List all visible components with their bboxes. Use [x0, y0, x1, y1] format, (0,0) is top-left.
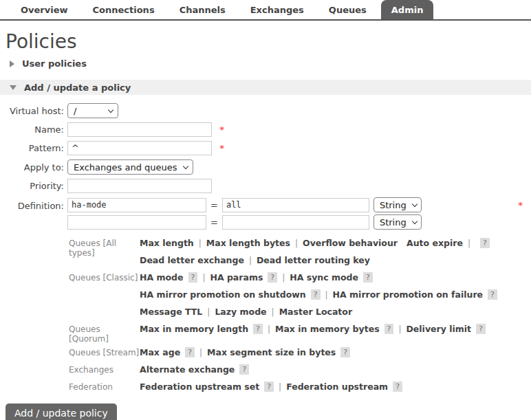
add-update-policy-button[interactable]: Add / update policy — [6, 404, 117, 420]
separator: | — [279, 382, 281, 392]
help-link[interactable]: Delivery limit — [406, 324, 471, 334]
help-link[interactable]: Master Locator — [279, 307, 352, 317]
help-link[interactable]: Dead letter routing key — [257, 255, 370, 265]
definition-row: =String — [67, 197, 531, 212]
help-link[interactable]: Lazy mode — [215, 307, 266, 317]
help-badge[interactable]: ? — [188, 272, 198, 283]
help-link[interactable]: Message TTL — [140, 307, 202, 317]
policy-key-lines: Max age?|Max segment size in bytes? — [140, 344, 531, 361]
policy-key-line: Max age?|Max segment size in bytes? — [140, 344, 531, 361]
section-add-update-policy[interactable]: Add / update a policy — [0, 80, 531, 95]
policy-key-category: Queues [Quorum] — [69, 320, 140, 344]
apply-to-select[interactable]: Exchanges and queues — [67, 159, 193, 175]
policy-key-category: Queues [Classic] — [69, 269, 140, 320]
help-badge[interactable]: ? — [268, 272, 277, 283]
policy-key-line: Max length|Max length bytes|Overflow beh… — [140, 234, 531, 252]
help-link[interactable]: HA params — [210, 272, 263, 283]
help-badge[interactable]: ? — [253, 324, 263, 334]
definition-type-select[interactable]: String — [373, 214, 422, 230]
definition-key-input[interactable] — [67, 215, 206, 230]
tab-connections[interactable]: Connections — [83, 0, 165, 19]
top-nav-tabs: OverviewConnectionsChannelsExchangesQueu… — [0, 0, 531, 21]
tab-queues[interactable]: Queues — [318, 0, 377, 19]
chevron-down-icon — [108, 107, 113, 112]
help-link[interactable]: Max length bytes — [206, 238, 290, 248]
separator: | — [268, 324, 270, 334]
priority-label: Priority: — [0, 181, 64, 191]
required-asterisk: * — [518, 200, 523, 210]
help-link[interactable]: Max in memory bytes — [275, 324, 380, 334]
help-badge[interactable]: ? — [264, 382, 274, 392]
help-badge[interactable]: ? — [488, 289, 497, 300]
required-asterisk: * — [219, 124, 224, 135]
policy-key-line: HA mode?|HA params?|HA sync mode? — [140, 269, 531, 286]
section-user-policies-label: User policies — [22, 58, 87, 69]
policy-key-line: Max in memory length?|Max in memory byte… — [140, 320, 531, 338]
policy-key-line: HA mirror promotion on shutdown?|HA mirr… — [140, 286, 531, 303]
policy-key-lines: Max in memory length?|Max in memory byte… — [140, 320, 531, 344]
required-asterisk: * — [219, 143, 224, 153]
definition-row: =String — [67, 214, 531, 230]
help-link[interactable]: Auto expire — [407, 238, 463, 248]
separator: | — [295, 239, 298, 248]
definition-value-input[interactable] — [222, 198, 369, 212]
section-user-policies[interactable]: User policies — [10, 58, 531, 69]
policy-keys-help: Queues [All types]Max length|Max length … — [69, 234, 531, 395]
apply-to-label: Apply to: — [0, 162, 64, 173]
help-link[interactable]: HA mirror promotion on failure — [333, 289, 483, 300]
priority-input[interactable] — [67, 179, 212, 193]
help-link[interactable]: Federation upstream set — [140, 382, 259, 392]
collapsed-arrow-icon — [10, 60, 14, 67]
definition-key-input[interactable] — [67, 198, 206, 212]
separator: | — [282, 273, 285, 283]
pattern-input[interactable] — [67, 141, 212, 155]
virtual-host-select[interactable]: / — [67, 103, 118, 118]
definition-value-input[interactable] — [222, 215, 369, 230]
section-add-update-policy-label: Add / update a policy — [24, 82, 131, 93]
help-badge[interactable]: ? — [340, 347, 350, 357]
policy-form: Virtual host: / Name: * Pattern: * Apply… — [0, 103, 531, 232]
separator: | — [325, 290, 328, 300]
definition-type-selected-value: String — [380, 200, 407, 210]
help-badge[interactable]: ? — [363, 272, 373, 283]
help-link[interactable]: HA mirror promotion on shutdown — [140, 289, 306, 300]
definition-label: Definition: — [0, 197, 64, 211]
help-badge[interactable]: ? — [239, 364, 249, 375]
tab-overview[interactable]: Overview — [10, 0, 78, 19]
definition-type-select[interactable]: String — [373, 197, 422, 212]
separator: | — [398, 324, 401, 334]
help-link[interactable]: Max segment size in bytes — [207, 347, 336, 357]
tab-exchanges[interactable]: Exchanges — [240, 0, 314, 19]
help-link[interactable]: Alternate exchange — [140, 364, 235, 375]
tab-admin[interactable]: Admin — [381, 0, 434, 19]
help-link[interactable]: Dead letter exchange — [140, 255, 244, 265]
help-badge[interactable]: ? — [384, 324, 394, 334]
policy-key-category: Queues [All types] — [69, 234, 140, 269]
equals-sign: = — [210, 200, 218, 210]
help-badge[interactable]: ? — [185, 347, 195, 357]
help-badge[interactable]: ? — [476, 324, 486, 334]
pattern-label: Pattern: — [0, 143, 64, 153]
name-label: Name: — [0, 124, 64, 135]
separator: | — [202, 273, 205, 283]
separator: | — [199, 348, 202, 357]
help-link[interactable]: HA mode — [140, 272, 184, 283]
admin-policies-page: Policies User policies Add / update a po… — [0, 30, 531, 420]
definition-area: * =String=String — [67, 197, 531, 232]
tab-channels[interactable]: Channels — [169, 0, 236, 19]
page-title: Policies — [6, 30, 531, 53]
help-badge[interactable]: ? — [393, 382, 402, 392]
help-link[interactable]: Max length — [140, 238, 194, 248]
policy-key-line: Dead letter exchange|Dead letter routing… — [140, 252, 531, 269]
help-badge[interactable]: ? — [480, 238, 490, 248]
help-link[interactable]: Max age — [140, 347, 180, 357]
virtual-host-label: Virtual host: — [0, 106, 64, 116]
help-link[interactable]: HA sync mode — [290, 272, 358, 283]
help-link[interactable]: Federation upstream — [286, 382, 388, 392]
help-link[interactable]: Overflow behaviour — [303, 238, 398, 248]
help-badge[interactable]: ? — [311, 289, 321, 300]
policy-key-lines: Federation upstream set?|Federation upst… — [140, 378, 531, 395]
policy-key-category: Queues [Stream] — [69, 344, 140, 361]
name-input[interactable] — [67, 122, 212, 137]
help-link[interactable]: Max in memory length — [140, 324, 248, 334]
